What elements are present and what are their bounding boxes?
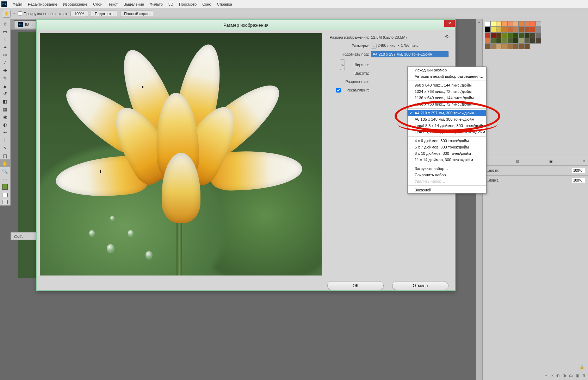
swatch[interactable] bbox=[513, 38, 519, 44]
swatch[interactable] bbox=[502, 38, 507, 44]
swatch[interactable] bbox=[536, 27, 541, 32]
fill-input[interactable] bbox=[572, 178, 585, 183]
tool-preset-dropdown[interactable]: ▾ bbox=[13, 12, 15, 15]
swatch[interactable] bbox=[513, 21, 519, 27]
fit-to-select[interactable]: A4 210 x 297 мм, 300 точек/дюйм bbox=[371, 51, 448, 57]
swatch[interactable] bbox=[485, 27, 490, 32]
dropdown-item[interactable]: Исходный размер bbox=[408, 67, 486, 73]
crop-tool[interactable]: ✂ bbox=[0, 51, 10, 59]
swatch[interactable] bbox=[485, 21, 490, 27]
ok-button[interactable]: ОК bbox=[327, 281, 384, 290]
swatch[interactable] bbox=[519, 44, 524, 49]
menu-select[interactable]: Выделение bbox=[121, 0, 147, 8]
scroll-all-windows-input[interactable] bbox=[18, 11, 22, 16]
menu-filter[interactable]: Фильтр bbox=[147, 0, 166, 8]
swatch[interactable] bbox=[502, 44, 507, 49]
heal-tool[interactable]: ✚ bbox=[0, 67, 10, 75]
swatch[interactable] bbox=[524, 38, 530, 44]
swatch[interactable] bbox=[530, 32, 536, 38]
link-layers-icon[interactable]: ⚭ bbox=[544, 373, 547, 378]
dropdown-item[interactable]: Сохранить набор… bbox=[408, 172, 486, 178]
opacity-input[interactable] bbox=[572, 168, 585, 173]
menu-view[interactable]: Просмотр bbox=[176, 0, 199, 8]
move-tool[interactable]: ✥ bbox=[0, 20, 10, 28]
swatch[interactable] bbox=[507, 32, 513, 38]
menu-layers[interactable]: Слои bbox=[90, 0, 105, 8]
swatch[interactable] bbox=[490, 44, 496, 49]
type-tool[interactable]: T bbox=[0, 136, 10, 144]
dropdown-item[interactable]: Автоматический выбор разрешения… bbox=[408, 73, 486, 80]
swatch[interactable] bbox=[496, 32, 502, 38]
brush-tool[interactable]: ✎ bbox=[0, 75, 10, 82]
dropdown-item[interactable]: 4 x 6 дюймов, 300 точек/дюйм bbox=[408, 138, 486, 144]
stamp-tool[interactable]: ▲ bbox=[0, 82, 10, 90]
dropdown-item[interactable]: Загрузить набор… bbox=[408, 165, 486, 172]
swatch[interactable] bbox=[507, 38, 513, 44]
document-tab[interactable]: Ps IM… bbox=[14, 20, 37, 28]
swatch[interactable] bbox=[507, 21, 513, 27]
swatch[interactable] bbox=[513, 44, 519, 49]
panel-crop-icon[interactable]: ⊡ bbox=[516, 159, 519, 163]
pen-tool[interactable]: ✒ bbox=[0, 128, 10, 136]
swatch[interactable] bbox=[519, 32, 524, 38]
menu-image[interactable]: Изображение bbox=[60, 0, 90, 8]
layer-lock-icon[interactable]: 🔒 bbox=[580, 365, 584, 369]
dropdown-item[interactable]: 8 x 10 дюймов, 300 точек/дюйм bbox=[408, 150, 486, 157]
swatch[interactable] bbox=[485, 44, 490, 49]
marquee-tool[interactable]: ▭ bbox=[0, 28, 10, 36]
foreground-swatch[interactable] bbox=[0, 183, 10, 191]
menu-file[interactable]: Файл bbox=[10, 0, 25, 8]
swatch[interactable] bbox=[490, 27, 496, 32]
swatch[interactable] bbox=[513, 27, 519, 32]
dialog-close-button[interactable]: ✕ bbox=[444, 20, 455, 27]
swatch[interactable] bbox=[524, 44, 530, 49]
hand-tool-icon[interactable]: ✋ bbox=[3, 10, 11, 18]
swatch[interactable] bbox=[536, 32, 541, 38]
dropdown-item[interactable]: Legal 8,5 x 14 дюймов, 300 точек/дюйм bbox=[408, 122, 486, 129]
menu-window[interactable]: Окно bbox=[199, 0, 214, 8]
mask-icon[interactable]: ◐ bbox=[556, 373, 560, 378]
dropdown-item[interactable]: Заказной bbox=[408, 187, 486, 193]
swatch[interactable] bbox=[524, 21, 530, 27]
menu-edit[interactable]: Редактирование bbox=[25, 0, 60, 8]
swatch[interactable] bbox=[502, 32, 507, 38]
dropdown-item[interactable]: A4 210 x 297 мм, 300 точек/дюйм bbox=[408, 110, 486, 116]
dropdown-item[interactable]: 1366 x 768 пикс., 72 пикс./дюйм bbox=[408, 101, 486, 107]
zoom-tool[interactable]: 🔍 bbox=[0, 167, 10, 175]
swatch[interactable] bbox=[485, 32, 490, 38]
quickmask-toggle[interactable] bbox=[0, 191, 10, 198]
folder-icon[interactable]: 🗀 bbox=[569, 373, 573, 378]
fx-icon[interactable]: fx bbox=[550, 373, 553, 378]
swatch[interactable] bbox=[519, 21, 524, 27]
dropdown-item[interactable]: A6 105 x 148 мм, 300 точек/дюйм bbox=[408, 116, 486, 122]
swatch[interactable] bbox=[496, 27, 502, 32]
fit-to-dropdown[interactable]: Исходный размерАвтоматический выбор разр… bbox=[407, 66, 487, 194]
zoom-field[interactable]: 100% bbox=[70, 11, 88, 17]
swatch[interactable] bbox=[530, 38, 536, 44]
fullscreen-button[interactable]: Полный экран bbox=[120, 11, 153, 17]
fit-button[interactable]: Подогнать bbox=[91, 11, 117, 17]
swatch[interactable] bbox=[507, 44, 513, 49]
constrain-link-icon[interactable]: ⇅ bbox=[340, 59, 345, 70]
menu-help[interactable]: Справка bbox=[214, 0, 235, 8]
swatch[interactable] bbox=[536, 21, 541, 27]
panel-frame-icon[interactable]: ▣ bbox=[549, 159, 552, 163]
dialog-preview[interactable] bbox=[40, 33, 322, 276]
swatches-grid[interactable] bbox=[485, 21, 586, 49]
swatch[interactable] bbox=[530, 21, 536, 27]
path-tool[interactable]: ↖ bbox=[0, 144, 10, 152]
adjustment-icon[interactable]: ◑ bbox=[563, 373, 566, 378]
dialog-titlebar[interactable]: Размер изображения ✕ bbox=[37, 20, 455, 30]
status-zoom[interactable]: 25,35 bbox=[11, 232, 37, 240]
trash-icon[interactable]: 🗑 bbox=[582, 373, 586, 378]
swatch[interactable] bbox=[496, 21, 502, 27]
swatch[interactable] bbox=[507, 27, 513, 32]
swatch[interactable] bbox=[485, 38, 490, 44]
swatch[interactable] bbox=[496, 38, 502, 44]
swatch[interactable] bbox=[490, 21, 496, 27]
menu-text[interactable]: Текст bbox=[105, 0, 121, 8]
resample-checkbox[interactable] bbox=[336, 88, 341, 93]
shape-tool[interactable]: ▢ bbox=[0, 152, 10, 159]
new-layer-icon[interactable]: ▣ bbox=[576, 373, 579, 378]
wand-tool[interactable]: ✦ bbox=[0, 44, 10, 51]
